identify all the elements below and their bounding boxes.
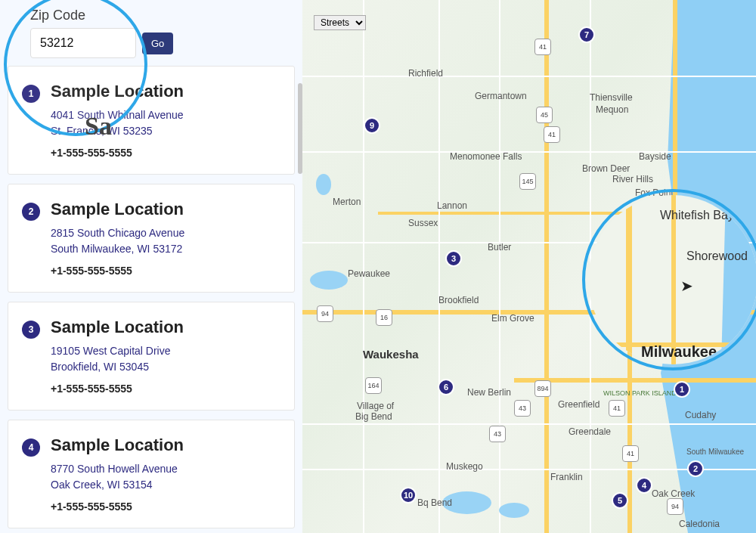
map-pin[interactable]: 3 bbox=[445, 250, 462, 267]
highway-shield: 894 bbox=[534, 380, 551, 397]
zoom-city: Shorewood bbox=[686, 249, 748, 263]
city-label: Greendale bbox=[569, 426, 611, 437]
city-label: Oak Creek bbox=[652, 488, 695, 499]
zoom-view[interactable]: Whitefish Bay Shorewood Milwaukee ➤ bbox=[588, 195, 756, 364]
city-label: Big Bend bbox=[355, 411, 392, 422]
highway-shield: 94 bbox=[667, 498, 683, 515]
location-phone[interactable]: +1-555-555-5555 bbox=[51, 265, 280, 277]
map-pin[interactable]: 5 bbox=[612, 492, 628, 509]
highway-shield: 94 bbox=[317, 305, 333, 322]
sample-text-overlay: Sa bbox=[85, 112, 112, 141]
city-label: Brown Deer bbox=[582, 163, 630, 174]
park-label: WILSON PARK ISLAND bbox=[603, 390, 677, 398]
result-badge: 4 bbox=[22, 438, 40, 457]
highway-shield: 43 bbox=[489, 426, 506, 442]
location-arrow-icon: ➤ bbox=[680, 277, 693, 295]
city-label: South Milwaukee bbox=[686, 448, 744, 456]
zoom-city: Whitefish Bay bbox=[660, 209, 734, 222]
map-pin[interactable]: 6 bbox=[438, 379, 454, 395]
city-label: Bq Bend bbox=[417, 497, 452, 508]
location-address[interactable]: 8770 South Howell AvenueOak Creek, WI 53… bbox=[51, 461, 280, 493]
city-label: River Hills bbox=[612, 174, 653, 184]
city-label: Franklin bbox=[550, 472, 583, 482]
highway-shield: 145 bbox=[519, 173, 536, 190]
map-pin[interactable]: 4 bbox=[636, 477, 652, 494]
location-phone[interactable]: +1-555-555-5555 bbox=[51, 147, 280, 159]
highway-shield: 41 bbox=[609, 400, 625, 417]
map-pin[interactable]: 2 bbox=[687, 460, 704, 477]
result-card[interactable]: 4Sample Location8770 South Howell Avenue… bbox=[8, 420, 295, 528]
city-label: Greenfield bbox=[558, 399, 600, 410]
location-address[interactable]: 19105 West Capital DriveBrookfield, WI 5… bbox=[51, 343, 280, 375]
city-label: Richfield bbox=[408, 68, 443, 79]
highway-shield: 41 bbox=[544, 126, 560, 143]
location-title: Sample Location bbox=[51, 200, 280, 219]
city-label: Lannon bbox=[437, 200, 467, 211]
map-pin[interactable]: 7 bbox=[578, 26, 595, 43]
search-area: Zip Code Go bbox=[0, 0, 302, 66]
city-label: Menomonee Falls bbox=[450, 151, 522, 162]
city-label: Caledonia bbox=[679, 519, 720, 529]
location-phone[interactable]: +1-555-555-5555 bbox=[51, 383, 280, 395]
location-title: Sample Location bbox=[51, 435, 280, 455]
city-label: New Berlin bbox=[467, 387, 511, 398]
city-label: Mequon bbox=[596, 104, 628, 115]
city-label: Brookfield bbox=[438, 295, 479, 305]
results-list: 1Sample Location4041 South Whitnall Aven… bbox=[0, 66, 302, 528]
zip-label: Zip Code bbox=[30, 8, 272, 23]
highway-shield: 41 bbox=[534, 39, 551, 55]
city-label: Muskego bbox=[446, 461, 483, 472]
result-badge: 1 bbox=[22, 85, 40, 103]
city-label: Village of bbox=[357, 401, 394, 411]
city-label: Merton bbox=[333, 197, 361, 207]
zip-input[interactable] bbox=[30, 28, 136, 58]
city-label: Butler bbox=[488, 242, 511, 253]
map-pin[interactable]: 9 bbox=[364, 117, 380, 134]
map-pin[interactable]: 10 bbox=[400, 487, 417, 504]
highway-shield: 45 bbox=[536, 107, 553, 123]
go-button[interactable]: Go bbox=[142, 33, 173, 54]
location-phone[interactable]: +1-555-555-5555 bbox=[51, 500, 280, 513]
location-title: Sample Location bbox=[51, 318, 280, 337]
city-label: Cudahy bbox=[685, 410, 716, 420]
result-card[interactable]: 1Sample Location4041 South Whitnall Aven… bbox=[8, 66, 295, 175]
result-card[interactable]: 3Sample Location19105 West Capital Drive… bbox=[8, 302, 295, 411]
city-label: Bayside bbox=[639, 151, 671, 162]
location-address[interactable]: 2815 South Chicago AvenueSouth Milwaukee… bbox=[51, 225, 280, 257]
location-title: Sample Location bbox=[51, 82, 280, 101]
city-label: Thiensville bbox=[590, 92, 633, 103]
result-badge: 2 bbox=[22, 203, 40, 221]
sidebar: Zip Code Go 1Sample Location4041 South W… bbox=[0, 0, 302, 533]
map-type-select[interactable]: Streets bbox=[314, 15, 366, 30]
highway bbox=[544, 0, 549, 533]
city-label: Sussex bbox=[408, 218, 438, 228]
result-badge: 3 bbox=[22, 321, 40, 339]
city-label: Waukesha bbox=[363, 348, 419, 361]
highway-shield: 164 bbox=[365, 377, 382, 394]
map[interactable]: Streets WILSON PARK ISLAND RichfieldGerm… bbox=[302, 0, 756, 533]
highway-shield: 43 bbox=[514, 400, 531, 417]
highway-shield: 41 bbox=[622, 445, 639, 462]
highway bbox=[673, 0, 677, 212]
city-label: Pewaukee bbox=[348, 268, 390, 279]
city-label: Elm Grove bbox=[491, 313, 534, 324]
map-pin[interactable]: 1 bbox=[674, 381, 690, 398]
city-label: Germantown bbox=[475, 91, 527, 101]
result-card[interactable]: 2Sample Location2815 South Chicago Avenu… bbox=[8, 184, 295, 293]
highway-shield: 16 bbox=[376, 309, 392, 326]
